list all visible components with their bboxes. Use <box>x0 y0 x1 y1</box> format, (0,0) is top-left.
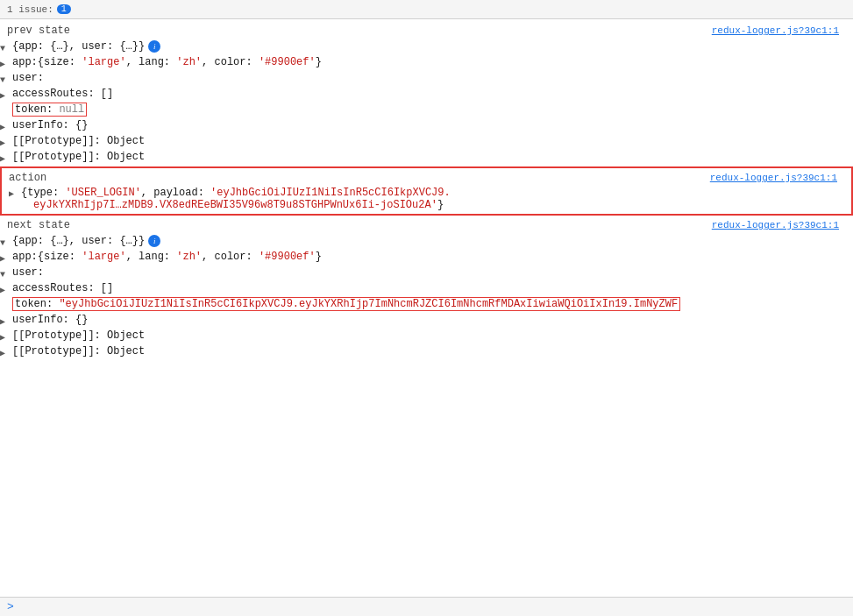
prev-app-expand[interactable] <box>0 57 11 67</box>
prev-state-link[interactable]: redux-logger.js?39c1:1 <box>712 25 846 36</box>
prev-access-routes-row: accessRoutes: [] <box>0 86 853 102</box>
next-prototype1: [[Prototype]]: Object <box>12 329 145 342</box>
next-app-expand[interactable] <box>0 251 11 262</box>
action-header-line: action redux-logger.js?39c1:1 <box>2 170 851 186</box>
action-payload-value: 'eyJhbGciOiJIUzI1NiIsInR5cCI6IkpXVCJ9. <box>210 187 451 199</box>
next-state-link[interactable]: redux-logger.js?39c1:1 <box>712 220 846 230</box>
prev-userinfo-expand[interactable] <box>0 120 11 131</box>
next-token-box: token: "eyJhbGciOiJIUzI1NiIsInR5cCI6IkpX… <box>12 297 680 311</box>
next-token-row: token: "eyJhbGciOiJIUzI1NiIsInR5cCI6IkpX… <box>0 296 853 312</box>
prev-token-box: token: null <box>12 103 87 117</box>
next-access-routes-expand[interactable] <box>0 283 11 294</box>
console-arrow[interactable]: > <box>7 600 14 613</box>
next-userinfo-label: userInfo: {} <box>12 314 88 326</box>
next-token-value: "eyJhbGciOiJIUzI1NiIsInR5cCI6IkpXVCJ9.ey… <box>59 298 678 310</box>
next-proto2-expand[interactable] <box>0 346 11 357</box>
next-userinfo-row: userInfo: {} <box>0 312 853 328</box>
prev-user-label: user: <box>12 72 44 84</box>
prev-prototype1-row: [[Prototype]]: Object <box>0 133 853 149</box>
devtools-panel: 1 issue: 1 prev state redux-logger.js?39… <box>0 0 853 616</box>
prev-userinfo-label: userInfo: {} <box>12 119 88 131</box>
next-user-label: user: <box>12 266 44 279</box>
prev-app-user-content: { app: {…}, user: {…} } i <box>12 40 853 53</box>
prev-user-row: user: <box>0 70 853 86</box>
action-payload-line2: eyJkYXRhIjp7I…zMDB9.VX8edREeBWI35V96w8T9… <box>33 199 437 211</box>
next-user-row: user: <box>0 265 853 280</box>
prev-state-header: prev state redux-logger.js?39c1:1 <box>0 23 853 39</box>
action-payload-row: {type: 'USER_LOGIN', payload: 'eyJhbGciO… <box>2 186 851 212</box>
prev-access-routes: accessRoutes: [] <box>12 88 113 100</box>
prev-app-user-row: { app: {…}, user: {…} } i <box>0 39 853 54</box>
next-state-label: next state <box>7 219 70 231</box>
next-access-routes-row: accessRoutes: [] <box>0 280 853 296</box>
action-link[interactable]: redux-logger.js?39c1:1 <box>710 173 844 183</box>
action-expand[interactable] <box>9 187 19 197</box>
action-label: action <box>9 172 46 184</box>
next-app-detail: {size: 'large', lang: 'zh', color: '#990… <box>38 251 322 263</box>
prev-userinfo-row: userInfo: {} <box>0 117 853 133</box>
issue-count: 1 <box>57 4 71 14</box>
next-app-user-row: {app: {…}, user: {…}} i <box>0 233 853 249</box>
next-info-icon[interactable]: i <box>148 235 160 247</box>
issue-label: 1 issue: <box>7 4 53 15</box>
prev-app-detail: {size: 'large', lang: 'zh', color: '#990… <box>38 56 322 68</box>
bottom-bar: > <box>0 597 853 616</box>
prev-state-label: prev state <box>7 25 70 37</box>
prev-app-detail-row: app: {size: 'large', lang: 'zh', color: … <box>0 54 853 70</box>
next-app-detail-row: app: {size: 'large', lang: 'zh', color: … <box>0 249 853 265</box>
next-prototype1-row: [[Prototype]]: Object <box>0 328 853 343</box>
action-section: action redux-logger.js?39c1:1 {type: 'US… <box>0 166 853 216</box>
prev-info-icon[interactable]: i <box>148 40 160 53</box>
next-user-expand[interactable] <box>0 267 11 278</box>
prev-proto1-expand[interactable] <box>0 136 11 146</box>
prev-prototype1: [[Prototype]]: Object <box>12 135 145 147</box>
next-userinfo-expand[interactable] <box>0 315 11 325</box>
prev-prototype2: [[Prototype]]: Object <box>12 151 145 163</box>
action-type-value: 'USER_LOGIN' <box>65 187 140 199</box>
prev-access-routes-expand[interactable] <box>0 89 11 99</box>
prev-user-expand[interactable] <box>0 73 11 83</box>
prev-proto2-expand[interactable] <box>0 152 11 162</box>
next-prototype2-row: [[Prototype]]: Object <box>0 343 853 359</box>
next-app-user-expand[interactable] <box>0 236 11 246</box>
prev-token-row: token: null <box>0 102 853 117</box>
next-prototype2: [[Prototype]]: Object <box>12 345 145 358</box>
prev-app-user-expand[interactable] <box>0 41 11 52</box>
issue-badge: 1 issue: 1 <box>7 4 71 15</box>
prev-token-value: null <box>59 103 84 116</box>
next-state-header: next state redux-logger.js?39c1:1 <box>0 217 853 233</box>
prev-prototype2-row: [[Prototype]]: Object <box>0 149 853 165</box>
log-content: prev state redux-logger.js?39c1:1 { app:… <box>0 19 853 363</box>
top-bar: 1 issue: 1 <box>0 0 853 19</box>
next-access-routes: accessRoutes: [] <box>12 282 113 294</box>
next-proto1-expand[interactable] <box>0 330 11 341</box>
